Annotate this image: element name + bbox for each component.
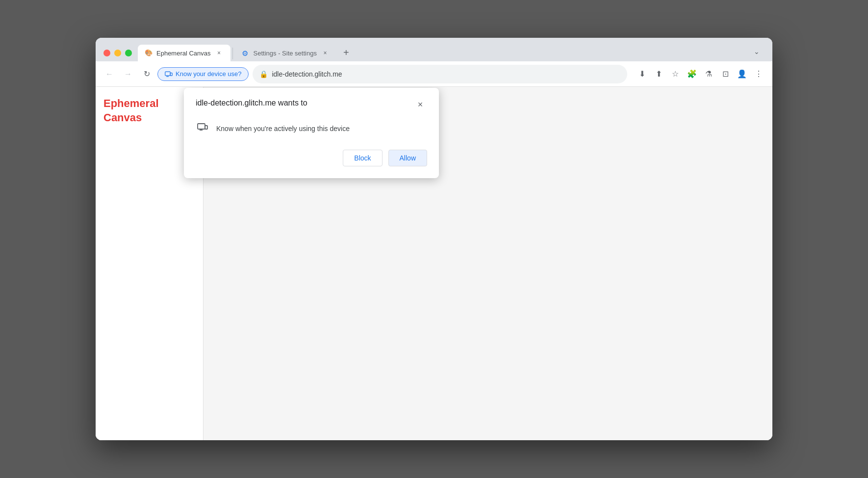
lock-icon: 🔒 [259, 70, 268, 78]
idle-detection-icon [196, 121, 209, 136]
tab-dropdown-button[interactable]: ⌄ [749, 44, 765, 59]
refresh-button[interactable]: ↻ [139, 66, 154, 82]
allow-button[interactable]: Allow [388, 150, 427, 166]
tab-separator [232, 48, 233, 59]
tab-label-ephemeral: Ephemeral Canvas [156, 50, 211, 57]
tab-favicon-ephemeral: 🎨 [145, 49, 153, 57]
page-content: Ephemeral Canvas Don't move your mouse d… [96, 87, 772, 440]
download-button[interactable]: ⬇ [634, 66, 650, 82]
back-button[interactable]: ← [102, 66, 117, 82]
tab-close-settings[interactable]: × [321, 49, 330, 57]
forward-button[interactable]: → [120, 66, 136, 82]
minimize-button[interactable] [114, 50, 121, 56]
nav-bar: ← → ↻ Know your device use? 🔒 idle-detec… [96, 61, 772, 87]
tab-bar: 🎨 Ephemeral Canvas × ⚙ Settings - Site s… [96, 38, 772, 61]
svg-rect-4 [205, 126, 207, 129]
browser-window: 🎨 Ephemeral Canvas × ⚙ Settings - Site s… [96, 38, 772, 440]
permission-row: Know when you're actively using this dev… [196, 119, 427, 138]
tab-label-settings: Settings - Site settings [254, 50, 317, 57]
address-bar-wrapper: Know your device use? 🔒 idle-detection.g… [157, 65, 627, 83]
popup-header: idle-detection.glitch.me wants to × [196, 98, 427, 111]
device-use-label: Know your device use? [176, 70, 241, 78]
popup-title: idle-detection.glitch.me wants to [196, 98, 307, 108]
split-view-button[interactable]: ⊡ [717, 66, 733, 82]
svg-rect-1 [170, 73, 172, 76]
tab-favicon-settings: ⚙ [242, 49, 250, 57]
bookmark-button[interactable]: ☆ [667, 66, 683, 82]
more-options-button[interactable]: ⋮ [751, 66, 766, 82]
svg-rect-0 [165, 72, 170, 76]
popup-close-button[interactable]: × [413, 98, 427, 111]
extensions-button[interactable]: 🧩 [684, 66, 700, 82]
address-bar[interactable]: 🔒 idle-detection.glitch.me [253, 65, 627, 83]
tab-close-ephemeral[interactable]: × [215, 49, 224, 57]
svg-rect-3 [198, 124, 205, 129]
share-button[interactable]: ⬆ [651, 66, 666, 82]
popup-actions: Block Allow [196, 150, 427, 166]
device-use-icon [165, 70, 173, 78]
profile-button[interactable]: 👤 [734, 66, 750, 82]
maximize-button[interactable] [125, 50, 132, 56]
block-button[interactable]: Block [343, 150, 382, 166]
close-button[interactable] [103, 50, 110, 56]
nav-icons: ⬇ ⬆ ☆ 🧩 ⚗ ⊡ 👤 ⋮ [634, 66, 766, 82]
window-controls [103, 50, 132, 61]
new-tab-button[interactable]: + [338, 45, 354, 60]
permission-popup: idle-detection.glitch.me wants to × Know… [184, 88, 439, 178]
tab-ephemeral-canvas[interactable]: 🎨 Ephemeral Canvas × [138, 45, 230, 61]
url-text: idle-detection.glitch.me [272, 70, 620, 78]
device-use-button[interactable]: Know your device use? [157, 67, 249, 81]
sidebar-app-title: Ephemeral Canvas [103, 97, 195, 125]
flask-button[interactable]: ⚗ [701, 66, 716, 82]
tab-settings[interactable]: ⚙ Settings - Site settings × [235, 45, 336, 61]
permission-description: Know when you're actively using this dev… [216, 125, 350, 133]
